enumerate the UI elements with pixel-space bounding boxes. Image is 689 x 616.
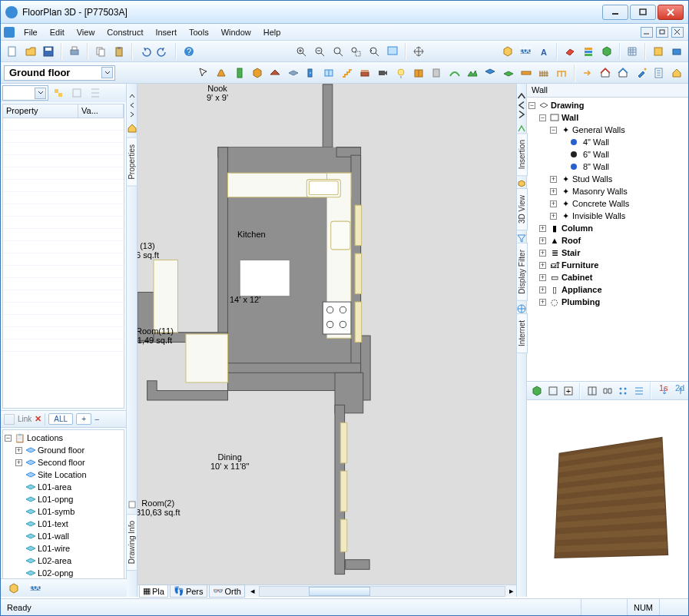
close-button[interactable] xyxy=(658,5,684,20)
locations-tree[interactable]: −📋Locations +Ground floor +Second floor … xyxy=(2,429,124,595)
menu-insert[interactable]: Insert xyxy=(149,26,183,38)
roof-tool-button[interactable] xyxy=(267,65,283,81)
expand-icon[interactable]: + xyxy=(539,286,546,293)
view-tab-ortho[interactable]: 👓Orth xyxy=(209,585,245,598)
vtab-filter[interactable]: Display Filter xyxy=(516,243,528,301)
zoom-extents-button[interactable] xyxy=(330,43,346,60)
pv-btn-6[interactable] xyxy=(616,383,630,399)
mdi-minimize-button[interactable] xyxy=(641,27,653,38)
loc-l01-area[interactable]: L01-area xyxy=(38,482,71,492)
vtab-3dview[interactable]: 3D View xyxy=(516,188,528,230)
scroll-right-button[interactable]: ▸ xyxy=(507,586,516,596)
stair-tool-button[interactable] xyxy=(339,65,355,81)
help-button[interactable]: ? xyxy=(181,43,197,60)
3d-icon[interactable] xyxy=(517,179,526,188)
properties-grid[interactable]: Property Va... xyxy=(2,104,124,409)
menu-view[interactable]: View xyxy=(71,26,101,38)
pillar-tool-button[interactable] xyxy=(231,65,247,81)
appliance-tool-button[interactable] xyxy=(429,65,445,81)
home-tool-button[interactable] xyxy=(669,65,685,81)
menu-construct[interactable]: Construct xyxy=(101,26,149,38)
collapse-icon[interactable]: − xyxy=(528,102,535,109)
cat-wall[interactable]: Wall xyxy=(561,113,578,122)
expand-icon[interactable]: + xyxy=(15,459,22,466)
text-tool-button[interactable]: A xyxy=(535,43,552,60)
zoom-out-button[interactable] xyxy=(311,43,328,60)
settings-button[interactable] xyxy=(650,43,667,60)
expand-icon[interactable]: + xyxy=(539,262,546,269)
zoom-in-button[interactable] xyxy=(293,43,310,60)
zoom-window-button[interactable] xyxy=(348,43,365,60)
expand-icon[interactable]: + xyxy=(550,176,557,183)
open-button[interactable] xyxy=(22,43,39,60)
window-tool-button[interactable] xyxy=(321,65,337,81)
grid-button[interactable] xyxy=(624,43,641,60)
beam-tool-button[interactable] xyxy=(518,65,534,81)
menu-help[interactable]: Help xyxy=(257,26,287,38)
paste-button[interactable] xyxy=(111,43,128,60)
cat-appliance[interactable]: Appliance xyxy=(561,285,602,294)
ceiling-tool-button[interactable] xyxy=(482,65,499,81)
prop-btn-1[interactable] xyxy=(50,84,67,101)
zoom-prev-button[interactable] xyxy=(366,43,383,60)
expand-icon[interactable]: + xyxy=(539,225,546,232)
maximize-button[interactable] xyxy=(630,5,656,20)
loc-l01-opng[interactable]: L01-opng xyxy=(38,495,74,504)
loc-l02-opng[interactable]: L02-opng xyxy=(38,568,74,578)
view-tab-persp[interactable]: 👣Pers xyxy=(170,585,207,598)
erase-button[interactable] xyxy=(561,43,578,60)
cat-general-walls[interactable]: General Walls xyxy=(572,125,625,134)
insertion-icon[interactable] xyxy=(517,124,526,133)
expand-icon[interactable]: + xyxy=(550,213,557,220)
expand-icon[interactable]: + xyxy=(15,447,22,454)
slab-tool-button[interactable] xyxy=(500,65,516,81)
expand-icon[interactable]: + xyxy=(539,250,546,257)
loc-link-label[interactable]: Link xyxy=(18,415,31,423)
collapse-icon[interactable]: − xyxy=(5,435,12,442)
new-button[interactable] xyxy=(4,43,21,60)
scroll-up-icon[interactable] xyxy=(129,93,135,99)
save-button[interactable] xyxy=(41,43,58,60)
loc-minus-button[interactable]: − xyxy=(94,415,99,424)
house-red-button[interactable] xyxy=(597,65,613,81)
pv-btn-2[interactable] xyxy=(545,383,559,399)
vtab-drawing-info[interactable]: Drawing Info xyxy=(126,514,137,571)
redo-button[interactable] xyxy=(155,43,172,60)
path-tool-button[interactable] xyxy=(446,65,462,81)
loc-site[interactable]: Site Location xyxy=(38,470,87,479)
paint-tool-button[interactable] xyxy=(633,65,649,81)
loc-add-button[interactable]: + xyxy=(76,413,91,425)
loc-delete-icon[interactable]: ✕ xyxy=(35,414,41,424)
print-button[interactable] xyxy=(66,43,83,60)
cat-concrete[interactable]: Concrete Walls xyxy=(572,199,629,208)
pv-btn-sort1[interactable]: 1st xyxy=(655,383,669,399)
prop-col-value[interactable]: Va... xyxy=(78,104,124,118)
expand-icon[interactable]: + xyxy=(539,299,546,306)
pv-btn-3[interactable]: + xyxy=(561,383,575,399)
menu-window[interactable]: Window xyxy=(215,26,257,38)
prop-col-property[interactable]: Property xyxy=(3,104,78,118)
loc-l02-area[interactable]: L02-area xyxy=(38,556,71,565)
3d-view-button[interactable] xyxy=(499,43,516,60)
hscrollbar[interactable] xyxy=(259,586,505,597)
railing-tool-button[interactable] xyxy=(554,65,570,81)
terrain-tool-button[interactable] xyxy=(464,65,480,81)
pan-button[interactable] xyxy=(410,43,427,60)
cube-button[interactable] xyxy=(598,43,615,60)
cat-column[interactable]: Column xyxy=(561,224,593,233)
block-tool-button[interactable] xyxy=(249,65,265,81)
house-blue-button[interactable] xyxy=(615,65,631,81)
furniture-tool-button[interactable] xyxy=(356,65,373,81)
menu-tools[interactable]: Tools xyxy=(183,26,215,38)
scroll-left-button[interactable]: ◂ xyxy=(248,586,257,596)
menu-file[interactable]: File xyxy=(18,26,44,38)
cat-stud[interactable]: Stud Walls xyxy=(572,174,612,184)
pv-btn-5[interactable] xyxy=(601,383,614,399)
locations-root[interactable]: Locations xyxy=(27,433,63,442)
pv-btn-sort2[interactable]: 2d xyxy=(671,383,685,399)
globe-icon[interactable] xyxy=(517,304,526,313)
scroll-right-icon[interactable] xyxy=(129,111,135,118)
bl-btn-2[interactable]: 100 xyxy=(27,580,44,597)
scroll-left-icon[interactable] xyxy=(129,102,135,108)
cat-invisible[interactable]: Invisible Walls xyxy=(572,211,625,220)
